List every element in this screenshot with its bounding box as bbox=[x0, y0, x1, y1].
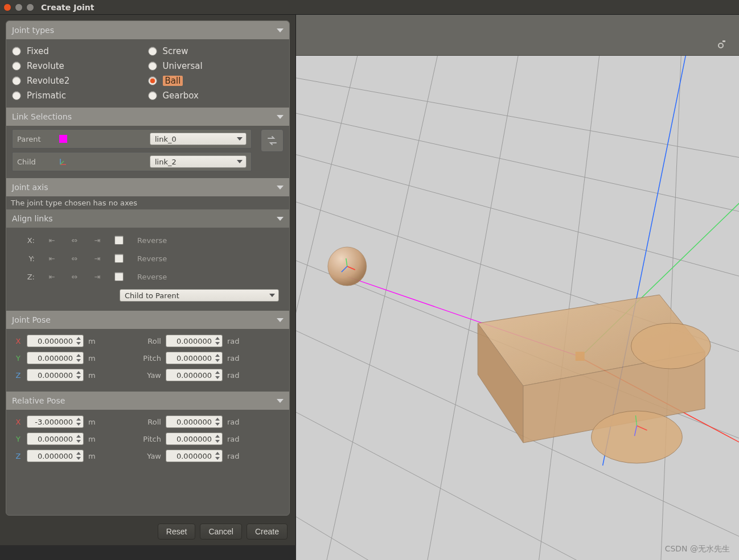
spin-value: 0.000000 bbox=[176, 435, 212, 443]
align-x-max-icon[interactable]: ⇥ bbox=[92, 236, 103, 245]
reverse-label: Reverse bbox=[137, 273, 167, 281]
radio-revolute[interactable]: Revolute bbox=[12, 61, 148, 71]
viewport-panel bbox=[296, 15, 739, 560]
radio-gearbox[interactable]: Gearbox bbox=[148, 90, 284, 101]
align-x-row: X: ⇤ ⇔ ⇥ Reverse bbox=[12, 231, 284, 249]
joint-pose-x-input[interactable]: 0.000000 bbox=[27, 335, 84, 347]
relative-pose-body: X-3.000000m Roll0.000000rad Y0.000000m P… bbox=[6, 410, 289, 472]
angle-label: Pitch bbox=[138, 435, 161, 443]
relative-pose-z-input[interactable]: 0.000000 bbox=[27, 450, 84, 462]
svg-line-2 bbox=[60, 161, 64, 164]
pose-row: Y0.000000m Pitch0.000000rad bbox=[14, 352, 281, 364]
chevron-down-icon bbox=[277, 186, 284, 190]
child-link-row: Child link_2 bbox=[12, 152, 252, 171]
section-title: Link Selections bbox=[12, 112, 72, 121]
reverse-x-checkbox[interactable] bbox=[114, 236, 124, 245]
section-title: Align links bbox=[12, 214, 53, 223]
pose-row: Z0.000000m Yaw0.000000rad bbox=[14, 369, 281, 381]
spin-value: 0.000000 bbox=[176, 418, 212, 426]
align-y-center-icon[interactable]: ⇔ bbox=[69, 254, 80, 263]
child-link-dropdown[interactable]: link_2 bbox=[150, 155, 247, 168]
radio-fixed[interactable]: Fixed bbox=[12, 46, 148, 56]
child-axis-icon bbox=[59, 158, 67, 166]
section-header-joint-axis[interactable]: Joint axis bbox=[6, 178, 289, 196]
joint-pose-y-input[interactable]: 0.000000 bbox=[27, 352, 84, 364]
joint-pose-pitch-input[interactable]: 0.000000 bbox=[166, 352, 223, 364]
minimize-window-button[interactable] bbox=[15, 3, 23, 11]
chevron-down-icon bbox=[277, 217, 284, 221]
joint-pose-roll-input[interactable]: 0.000000 bbox=[166, 335, 223, 347]
radio-revolute2[interactable]: Revolute2 bbox=[12, 76, 148, 86]
svg-rect-6 bbox=[296, 56, 739, 560]
parent-link-dropdown[interactable]: link_0 bbox=[150, 133, 247, 145]
reverse-y-checkbox[interactable] bbox=[114, 254, 124, 263]
align-z-center-icon[interactable]: ⇔ bbox=[69, 272, 80, 281]
maximize-window-button[interactable] bbox=[26, 3, 34, 11]
relative-pose-roll-input[interactable]: 0.000000 bbox=[166, 415, 223, 428]
align-z-max-icon[interactable]: ⇥ bbox=[92, 272, 103, 281]
spin-value: -3.000000 bbox=[35, 418, 73, 426]
axis-y-label: Y bbox=[14, 435, 22, 443]
svg-point-34 bbox=[592, 411, 683, 463]
spin-value: 0.000000 bbox=[176, 371, 212, 380]
cancel-button[interactable]: Cancel bbox=[200, 524, 242, 540]
align-direction-dropdown[interactable]: Child to Parent bbox=[120, 289, 279, 302]
radio-label: Fixed bbox=[27, 46, 49, 56]
dialog-scroll-area: Joint types Fixed Revolute Revolute2 Pri… bbox=[6, 20, 290, 516]
section-header-align-links[interactable]: Align links bbox=[6, 209, 289, 228]
radio-screw[interactable]: Screw bbox=[148, 46, 284, 56]
window-title-bar: Create Joint bbox=[0, 0, 739, 15]
joint-axis-note: The joint type chosen has no axes bbox=[6, 196, 289, 209]
reset-button[interactable]: Reset bbox=[158, 524, 196, 540]
joint-pose-yaw-input[interactable]: 0.000000 bbox=[166, 369, 223, 381]
spin-value: 0.000000 bbox=[38, 452, 73, 460]
pose-row: Z0.000000m Yaw0.000000rad bbox=[14, 450, 281, 462]
unit-label: m bbox=[88, 418, 104, 426]
svg-rect-5 bbox=[722, 40, 725, 42]
create-button[interactable]: Create bbox=[247, 524, 288, 540]
radio-label: Prismatic bbox=[27, 90, 66, 101]
reverse-z-checkbox[interactable] bbox=[114, 272, 124, 281]
radio-label: Screw bbox=[163, 46, 188, 56]
align-links-body: X: ⇤ ⇔ ⇥ Reverse Y: ⇤ ⇔ ⇥ Reverse Z: bbox=[6, 228, 289, 311]
unit-label: rad bbox=[227, 435, 243, 443]
parent-swatch bbox=[59, 135, 67, 143]
spin-value: 0.000000 bbox=[176, 354, 212, 363]
swap-links-button[interactable] bbox=[261, 129, 284, 152]
chevron-down-icon bbox=[277, 28, 284, 32]
align-z-min-icon[interactable]: ⇤ bbox=[46, 272, 58, 281]
3d-viewport[interactable] bbox=[296, 56, 739, 560]
align-y-max-icon[interactable]: ⇥ bbox=[92, 254, 103, 263]
section-title: Relative Pose bbox=[12, 396, 65, 405]
relative-pose-pitch-input[interactable]: 0.000000 bbox=[166, 433, 223, 445]
angle-label: Yaw bbox=[138, 371, 161, 380]
radio-ball[interactable]: Ball bbox=[148, 76, 284, 86]
unit-label: rad bbox=[227, 371, 243, 380]
radio-label: Gearbox bbox=[163, 90, 199, 101]
joint-pose-body: X0.000000m Roll0.000000rad Y0.000000m Pi… bbox=[6, 329, 289, 392]
section-title: Joint axis bbox=[12, 183, 48, 192]
joint-types-body: Fixed Revolute Revolute2 Prismatic Screw… bbox=[6, 39, 289, 108]
camera-icon[interactable] bbox=[714, 39, 728, 51]
spin-value: 0.000000 bbox=[176, 337, 212, 345]
axis-label: Y: bbox=[23, 254, 35, 263]
relative-pose-x-input[interactable]: -3.000000 bbox=[27, 415, 84, 428]
align-x-center-icon[interactable]: ⇔ bbox=[69, 236, 80, 245]
close-window-button[interactable] bbox=[3, 3, 11, 11]
radio-universal[interactable]: Universal bbox=[148, 61, 284, 71]
section-title: Joint types bbox=[12, 26, 54, 35]
section-header-joint-types[interactable]: Joint types bbox=[6, 21, 289, 39]
section-header-link-selections[interactable]: Link Selections bbox=[6, 108, 289, 126]
section-header-joint-pose[interactable]: Joint Pose bbox=[6, 311, 289, 329]
relative-pose-yaw-input[interactable]: 0.000000 bbox=[166, 450, 223, 462]
app-root: Create Joint Joint types Fixed Revolute … bbox=[0, 0, 739, 560]
section-header-relative-pose[interactable]: Relative Pose bbox=[6, 392, 289, 410]
align-x-min-icon[interactable]: ⇤ bbox=[46, 236, 58, 245]
relative-pose-y-input[interactable]: 0.000000 bbox=[27, 433, 84, 445]
align-y-min-icon[interactable]: ⇤ bbox=[46, 254, 58, 263]
radio-prismatic[interactable]: Prismatic bbox=[12, 90, 148, 101]
align-z-row: Z: ⇤ ⇔ ⇥ Reverse bbox=[12, 267, 284, 286]
angle-label: Yaw bbox=[138, 452, 161, 460]
spin-value: 0.000000 bbox=[38, 371, 73, 380]
joint-pose-z-input[interactable]: 0.000000 bbox=[27, 369, 84, 381]
